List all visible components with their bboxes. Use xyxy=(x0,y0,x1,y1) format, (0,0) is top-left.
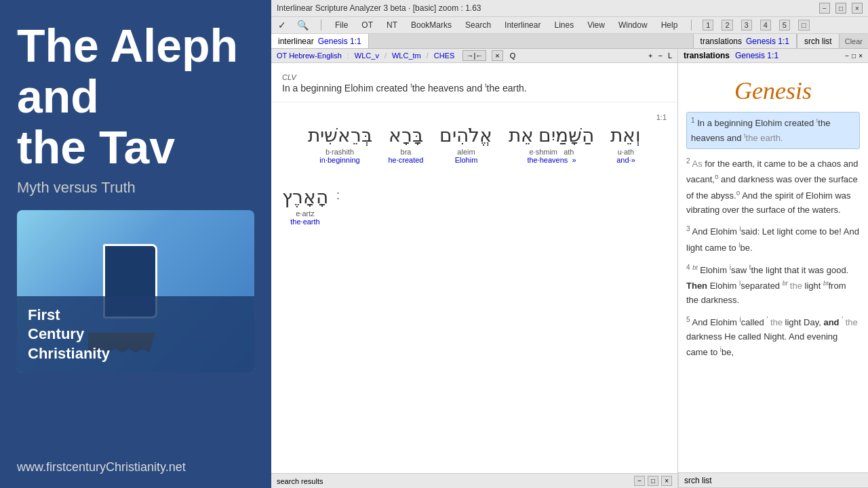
nav-btn-6[interactable]: □ xyxy=(798,20,810,30)
tab-translations[interactable]: translations Genesis 1:1 xyxy=(693,34,797,48)
search-expand-btn[interactable]: □ xyxy=(648,476,658,486)
nav-btn-5[interactable]: 5 xyxy=(779,20,790,30)
hebrew-word-row: וְאֵת u·ath and·» הַשָּׁמַיִם אֵת e·shmi… xyxy=(308,124,642,164)
v5-and: and xyxy=(823,317,839,327)
srch-list-header: srch list xyxy=(678,473,868,488)
wlc-v-link[interactable]: WLC_v xyxy=(355,52,379,60)
verse-num-1: 1 xyxy=(691,117,695,124)
menu-file[interactable]: File xyxy=(332,19,351,31)
search-shrink-btn[interactable]: − xyxy=(634,476,645,486)
heb-gloss-uath[interactable]: and·» xyxy=(616,156,635,164)
heb-translit-bereshit: b·rashith xyxy=(326,148,354,156)
clear-button[interactable]: Clear xyxy=(840,36,868,47)
heb-translit-haaretz: e·artz xyxy=(296,209,315,218)
thumbnail-overlay: First Century Christianity xyxy=(17,296,254,373)
menu-view[interactable]: View xyxy=(585,19,608,31)
website-url: www.firstcenturyChristianity.net xyxy=(17,460,254,474)
menu-lines[interactable]: Lines xyxy=(551,19,576,31)
hebrew-word-bara: בָּרָא bra he·created xyxy=(389,124,424,164)
translations-header: translations Genesis 1:1 − □ × xyxy=(678,49,868,63)
heb-gloss-elohim[interactable]: Elohim xyxy=(455,156,478,164)
check-icon: ✓ xyxy=(277,18,288,32)
nav-btn-2[interactable]: 2 xyxy=(722,20,732,30)
tab-interlinear[interactable]: interlinear Genesis 1:1 xyxy=(271,34,369,48)
v4-sup-i2: i xyxy=(739,279,741,287)
v3-sup-i1: i xyxy=(740,225,741,232)
ot-heb-link[interactable]: OT Hebrew-English xyxy=(277,52,342,60)
verse-number-badge: 1:1 xyxy=(656,113,667,121)
interlinear-panel: OT Hebrew-English : WLC_v / WLC_tm / CHE… xyxy=(271,49,678,488)
v5-sup-i2: i xyxy=(720,346,722,353)
clv-label: CLV xyxy=(282,73,296,81)
verse1-text: In a beginning Elohim created tthe heave… xyxy=(691,118,830,143)
trans-maximize-btn[interactable]: □ xyxy=(852,52,856,60)
translations-panel: translations Genesis 1:1 − □ × Genesis xyxy=(678,49,868,473)
tab-srch-list[interactable]: srch list xyxy=(797,34,840,48)
sup-t2: t xyxy=(485,82,487,89)
search-small-icon[interactable]: Q xyxy=(510,52,516,60)
search-close-btn[interactable]: × xyxy=(661,476,672,486)
trans-minimize-btn[interactable]: − xyxy=(845,52,849,60)
toolbar-separator-2 xyxy=(691,20,692,30)
tab-trans-ref: Genesis 1:1 xyxy=(746,37,789,46)
x-btn[interactable]: × xyxy=(492,50,502,61)
wlc-tm-link[interactable]: WLC_tm xyxy=(392,52,421,60)
menu-ot[interactable]: OT xyxy=(359,19,376,31)
thumbnail[interactable]: First Century Christianity xyxy=(17,210,254,373)
sep2: / xyxy=(384,52,387,60)
heb-text-haaretz: הָאָרֶץ xyxy=(282,186,328,208)
maximize-button[interactable]: □ xyxy=(835,3,846,14)
menu-bookmarks[interactable]: BookMarks xyxy=(408,19,454,31)
menu-help[interactable]: Help xyxy=(658,19,681,31)
search-icon[interactable]: 🔍 xyxy=(296,18,310,32)
heb-gloss-hashamayim[interactable]: the·heavens » xyxy=(527,156,576,164)
menu-search[interactable]: Search xyxy=(462,19,494,31)
search-controls: − □ × xyxy=(634,476,672,486)
v4-sup-i1: i xyxy=(730,264,731,271)
verse-num-4: 4 xyxy=(686,264,690,271)
heb-gloss-bereshit[interactable]: in·beginning xyxy=(319,156,359,164)
minus-sign: − xyxy=(658,52,662,60)
toolbar-separator xyxy=(321,20,321,30)
close-button[interactable]: × xyxy=(852,3,863,14)
nav-btn-3[interactable]: 3 xyxy=(741,20,752,30)
menu-interlinear[interactable]: Interlinear xyxy=(502,19,543,31)
titlebar-controls: − □ × xyxy=(819,3,863,14)
heb-text-bara: בָּרָא xyxy=(389,124,423,146)
nav-btn-4[interactable]: 4 xyxy=(760,20,771,30)
minimize-button[interactable]: − xyxy=(819,3,830,14)
hebrew-word-uath: וְאֵת u·ath and·» xyxy=(610,124,641,164)
heb-translit-bara: bra xyxy=(401,148,412,156)
verse-block-5: 5 And Elohim icalled ' the light Day, an… xyxy=(686,314,860,360)
verse-block-2: 2 As for the earth, it came to be a chao… xyxy=(686,156,860,217)
plus-sign: + xyxy=(648,52,652,60)
colon-symbol: : xyxy=(336,188,340,203)
v4-the: the xyxy=(787,281,802,291)
v2-as: As xyxy=(692,159,705,169)
search-bar: search results − □ × xyxy=(271,473,677,488)
nav-btn-1[interactable]: 1 xyxy=(703,20,713,30)
trans-close-btn[interactable]: × xyxy=(859,52,863,60)
tab-interlinear-ref: Genesis 1:1 xyxy=(318,37,361,46)
menu-window[interactable]: Window xyxy=(616,19,650,31)
heb-text-hashamayim: הַשָּׁמַיִם אֵת xyxy=(509,124,594,146)
arrows-btn[interactable]: →|← xyxy=(462,50,486,61)
ches-link[interactable]: CHES xyxy=(434,52,455,60)
verse-block-3: 3 And Elohim isaid: Let light come to be… xyxy=(686,224,860,255)
right-panels: translations Genesis 1:1 − □ × Genesis xyxy=(678,49,868,488)
hebrew-word-elohim: אֱלֹהִים aleim Elohim xyxy=(439,124,492,164)
translations-ref[interactable]: Genesis 1:1 xyxy=(735,51,778,60)
verse-block-4: 4 bt Elohim isaw tthe light that it was … xyxy=(686,262,860,308)
v5-the2: the xyxy=(843,317,858,327)
v4-then: Then xyxy=(686,281,707,291)
v5-the1: the xyxy=(768,317,783,327)
heb-gloss-haaretz[interactable]: the·earth xyxy=(290,218,319,226)
heb-translit-hashamayim: e·shmim ath xyxy=(529,148,574,156)
hebrew-word-bereshit: בְּרֵאשִׁית b·rashith in·beginning xyxy=(308,124,372,164)
heb-gloss-bara[interactable]: he·created xyxy=(389,156,424,164)
search-results-label: search results xyxy=(277,477,323,485)
heb-text-uath: וְאֵת xyxy=(610,124,641,146)
menu-nt[interactable]: NT xyxy=(384,19,400,31)
sup-t1: t xyxy=(410,82,412,89)
heb-text-bereshit: בְּרֵאשִׁית xyxy=(308,124,372,146)
